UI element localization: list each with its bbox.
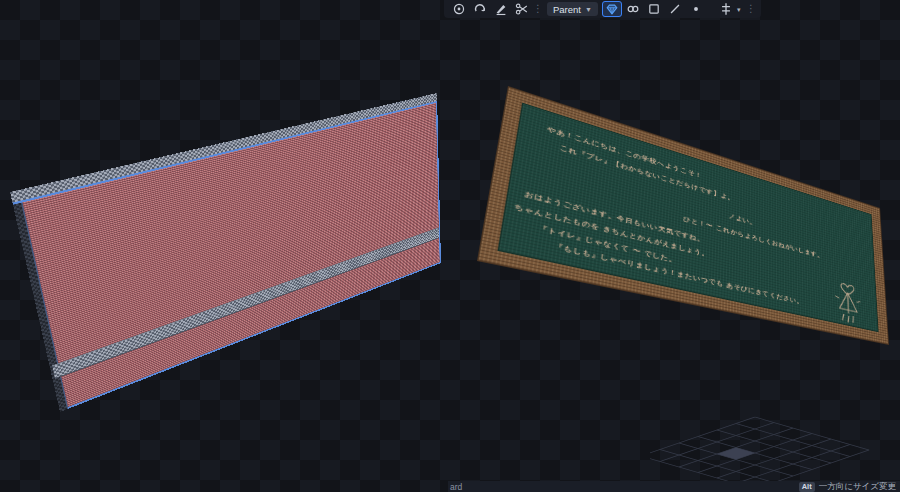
chalkboard-surface: やあ！こんにちは、この学校へようこそ！ これ『プレ』【わからないことだらけです】… bbox=[498, 103, 879, 333]
gem-icon bbox=[605, 2, 619, 16]
dot-icon bbox=[689, 2, 703, 16]
statusbar-hint-group: Alt 一方向にサイズ変更 bbox=[799, 481, 900, 492]
chalk-text-line: 『もしも』しゃべりましょう！またいつでも あそびにきてください。 bbox=[553, 243, 803, 306]
chalkboard-object[interactable]: やあ！こんにちは、この学校へようこそ！ これ『プレ』【わからないことだらけです】… bbox=[477, 86, 889, 345]
ground-grid-wireframe bbox=[650, 385, 900, 485]
cut-button[interactable] bbox=[512, 1, 532, 17]
voxel-editor-viewport: { "toolbar": { "parent_label": "Parent" … bbox=[0, 0, 900, 492]
chalk-doodle-stick-figure bbox=[829, 275, 867, 331]
alt-key-badge: Alt bbox=[799, 482, 815, 492]
pen-button[interactable] bbox=[491, 1, 511, 17]
chevron-down-icon: ▼ bbox=[585, 6, 592, 13]
board-top-face bbox=[10, 93, 437, 205]
link-button[interactable] bbox=[623, 1, 643, 17]
chalk-text-line: ノよい。 bbox=[729, 213, 757, 227]
pen-icon bbox=[494, 2, 508, 16]
line-shape-button[interactable] bbox=[665, 1, 685, 17]
chalk-text-line: これ『プレ』【わからないことだらけです】よ。 bbox=[559, 145, 734, 203]
rotate-icon bbox=[473, 2, 487, 16]
rect-shape-button[interactable] bbox=[644, 1, 664, 17]
selected-board-object[interactable] bbox=[10, 93, 441, 412]
align-tool-button[interactable] bbox=[716, 1, 736, 17]
highlighted-grid-cell bbox=[717, 448, 755, 460]
link-icon bbox=[626, 2, 640, 16]
square-outline-icon bbox=[647, 2, 661, 16]
statusbar-hint-text: 一方向にサイズ変更 bbox=[819, 481, 896, 492]
line-icon bbox=[668, 2, 682, 16]
top-toolbar: ⋮ Parent ▼ ▾ ⋮ bbox=[444, 0, 761, 18]
toolbar-overflow-menu-right[interactable]: ⋮ bbox=[746, 1, 756, 17]
scissors-icon bbox=[515, 2, 529, 16]
board-chalk-tray bbox=[52, 227, 439, 378]
focus-target-icon bbox=[452, 2, 466, 16]
focus-target-button[interactable] bbox=[449, 1, 469, 17]
parent-dropdown[interactable]: Parent ▼ bbox=[547, 2, 598, 16]
point-shape-button[interactable] bbox=[686, 1, 706, 17]
parent-dropdown-label: Parent bbox=[553, 4, 581, 15]
status-bar: ard Alt 一方向にサイズ変更 bbox=[448, 481, 900, 492]
align-distribute-icon bbox=[719, 2, 733, 16]
toolbar-overflow-menu-left[interactable]: ⋮ bbox=[533, 1, 543, 17]
statusbar-object-name: ard bbox=[448, 482, 462, 492]
align-tool-chevron-icon[interactable]: ▾ bbox=[737, 6, 745, 13]
board-left-face bbox=[13, 202, 68, 412]
rotate-button[interactable] bbox=[470, 1, 490, 17]
gem-mode-button[interactable] bbox=[602, 1, 622, 17]
